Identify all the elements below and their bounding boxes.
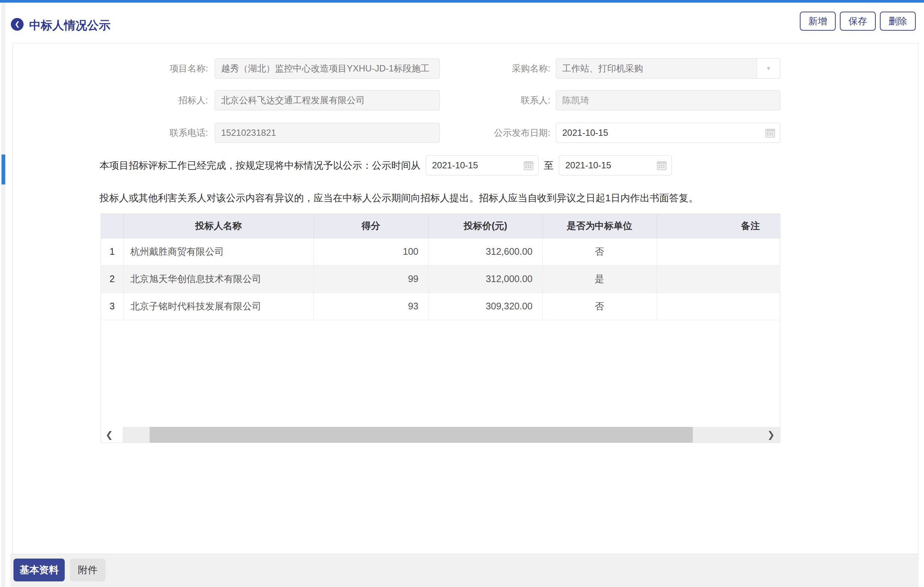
col-header-is-winner: 是否为中标单位 bbox=[543, 214, 657, 238]
score-cell: 99 bbox=[314, 265, 428, 293]
procurement-name-label: 采购名称: bbox=[423, 58, 550, 79]
remark-cell bbox=[657, 293, 781, 320]
table-row[interactable]: 3 北京子铭时代科技发展有限公司 93 309,320.00 否 bbox=[101, 293, 781, 320]
tab-attachments[interactable]: 附件 bbox=[70, 559, 106, 581]
publicity-start-date-field[interactable]: 2021-10-15 bbox=[426, 155, 539, 175]
bid-price-cell: 312,000.00 bbox=[428, 265, 543, 293]
scrollbar-thumb[interactable] bbox=[150, 427, 693, 443]
footer-tab-bar: 基本资料 附件 bbox=[10, 554, 919, 587]
tenderer-field[interactable]: 北京公科飞达交通工程发展有限公司 bbox=[215, 90, 440, 110]
table-header-row: 投标人名称 得分 投标价(元) 是否为中标单位 备注 bbox=[101, 214, 781, 238]
is-winner-cell: 是 bbox=[543, 265, 657, 293]
bidder-name-cell: 北京子铭时代科技发展有限公司 bbox=[124, 293, 314, 320]
objection-notice-text: 投标人或其他利害关系人对该公示内容有异议的，应当在中标人公示期间向招标人提出。招… bbox=[99, 191, 698, 204]
publicity-end-date-value: 2021-10-15 bbox=[565, 160, 611, 170]
col-header-score: 得分 bbox=[314, 214, 428, 238]
left-scroll-thumb[interactable] bbox=[2, 155, 5, 185]
bidder-name-cell: 杭州戴胜商贸有限公司 bbox=[124, 238, 314, 265]
chevron-left-icon[interactable]: ❮ bbox=[106, 427, 113, 443]
project-name-label: 项目名称: bbox=[81, 58, 208, 79]
save-button[interactable]: 保存 bbox=[840, 12, 876, 31]
contact-phone-field[interactable]: 15210231821 bbox=[215, 123, 440, 143]
row-index: 2 bbox=[101, 265, 124, 293]
procurement-name-select[interactable]: 工作站、打印机采购 ▼ bbox=[556, 58, 780, 79]
table-row[interactable]: 1 杭州戴胜商贸有限公司 100 312,600.00 否 bbox=[101, 238, 781, 265]
add-button[interactable]: 新增 bbox=[800, 12, 836, 31]
bidders-table: 投标人名称 得分 投标价(元) 是否为中标单位 备注 1 杭州戴胜商贸有限公司 … bbox=[101, 214, 781, 320]
tenderer-label: 招标人: bbox=[81, 90, 208, 110]
col-header-bidder-name: 投标人名称 bbox=[124, 214, 314, 238]
bidders-table-container: 投标人名称 得分 投标价(元) 是否为中标单位 备注 1 杭州戴胜商贸有限公司 … bbox=[101, 214, 780, 443]
back-icon: ❮ bbox=[15, 21, 20, 28]
publish-date-field[interactable]: 2021-10-15 bbox=[556, 123, 780, 143]
calendar-icon[interactable] bbox=[657, 160, 667, 171]
back-button[interactable]: ❮ bbox=[11, 18, 23, 31]
tab-basic-info[interactable]: 基本资料 bbox=[13, 559, 65, 581]
col-header-remark: 备注 bbox=[657, 214, 781, 238]
toolbar: 新增 保存 删除 bbox=[800, 12, 916, 31]
bid-price-cell: 312,600.00 bbox=[428, 238, 543, 265]
left-scroll-strip[interactable] bbox=[2, 3, 5, 587]
content-panel: 项目名称: 越秀（湖北）监控中心改造项目YXHU-JD-1标段施工 采购名称: … bbox=[12, 43, 918, 554]
date-range-separator: 至 bbox=[544, 159, 554, 172]
bidder-name-cell: 北京旭天华创信息技术有限公司 bbox=[124, 265, 314, 293]
row-index: 3 bbox=[101, 293, 124, 320]
col-header-bid-price: 投标价(元) bbox=[428, 214, 543, 238]
score-cell: 100 bbox=[314, 238, 428, 265]
table-row[interactable]: 2 北京旭天华创信息技术有限公司 99 312,000.00 是 bbox=[101, 265, 781, 293]
calendar-icon[interactable] bbox=[523, 160, 534, 171]
publicity-period-text: 本项目招标评标工作已经完成，按规定现将中标情况予以公示：公示时间从 bbox=[99, 159, 421, 172]
publicity-start-date-value: 2021-10-15 bbox=[432, 160, 478, 170]
calendar-icon[interactable] bbox=[765, 128, 776, 138]
top-accent-bar bbox=[0, 0, 924, 3]
col-header-index bbox=[101, 214, 124, 238]
contact-person-field[interactable]: 陈凯琦 bbox=[556, 90, 780, 110]
contact-person-label: 联系人: bbox=[423, 90, 550, 110]
publish-date-label: 公示发布日期: bbox=[423, 123, 550, 143]
project-name-field[interactable]: 越秀（湖北）监控中心改造项目YXHU-JD-1标段施工 bbox=[215, 58, 440, 79]
remark-cell bbox=[657, 265, 781, 293]
horizontal-scrollbar[interactable]: ❮ ❯ bbox=[123, 427, 780, 443]
publicity-end-date-field[interactable]: 2021-10-15 bbox=[559, 155, 672, 175]
score-cell: 93 bbox=[314, 293, 428, 320]
publish-date-value: 2021-10-15 bbox=[562, 128, 608, 138]
page-title: 中标人情况公示 bbox=[29, 18, 111, 33]
chevron-right-icon[interactable]: ❯ bbox=[767, 427, 775, 443]
is-winner-cell: 否 bbox=[543, 238, 657, 265]
remark-cell bbox=[657, 238, 781, 265]
delete-button[interactable]: 删除 bbox=[880, 12, 916, 31]
row-index: 1 bbox=[101, 238, 124, 265]
procurement-name-value: 工作站、打印机采购 bbox=[562, 63, 643, 73]
chevron-down-icon[interactable]: ▼ bbox=[757, 59, 780, 78]
contact-phone-label: 联系电话: bbox=[81, 123, 208, 143]
publicity-period-line: 本项目招标评标工作已经完成，按规定现将中标情况予以公示：公示时间从 2021-1… bbox=[99, 155, 672, 175]
bid-price-cell: 309,320.00 bbox=[428, 293, 543, 320]
is-winner-cell: 否 bbox=[543, 293, 657, 320]
